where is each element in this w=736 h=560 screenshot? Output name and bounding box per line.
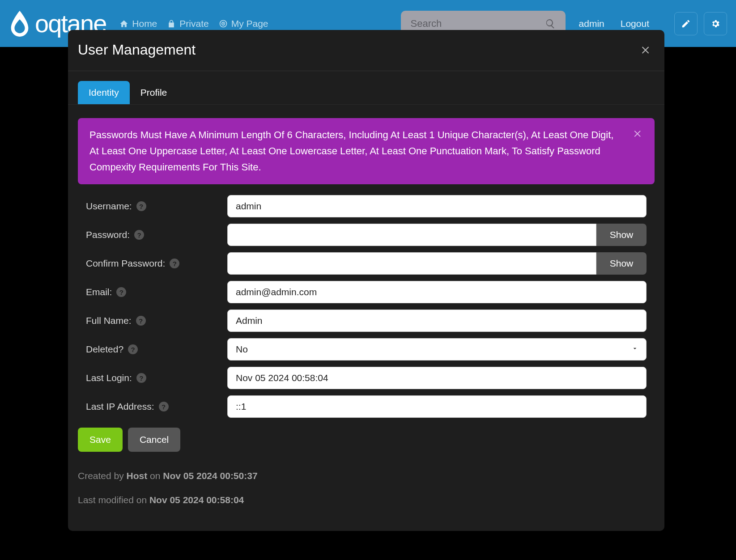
help-icon[interactable]: ?	[159, 402, 169, 412]
alert-text: Passwords Must Have A Minimum Length Of …	[89, 127, 624, 175]
label-username: Username: ?	[86, 201, 227, 212]
main-nav: Home Private My Page	[119, 18, 268, 29]
show-password-button[interactable]: Show	[596, 224, 647, 246]
modified-line: Last modified on Nov 05 2024 00:58:04	[78, 494, 655, 506]
nav-private[interactable]: Private	[167, 18, 208, 29]
pencil-icon	[681, 19, 691, 29]
email-input[interactable]	[227, 281, 647, 303]
settings-button[interactable]	[704, 12, 727, 35]
identity-form: Username: ? Password: ? Show Confirm Pas…	[68, 184, 664, 418]
current-user[interactable]: admin	[579, 18, 604, 29]
audit-info: Created by Host on Nov 05 2024 00:50:37 …	[68, 452, 664, 506]
edit-button[interactable]	[674, 12, 698, 35]
search-input[interactable]	[411, 18, 540, 30]
logout-link[interactable]: Logout	[621, 18, 649, 29]
save-button[interactable]: Save	[78, 428, 123, 452]
help-icon[interactable]: ?	[116, 287, 126, 297]
lastlogin-field	[227, 367, 647, 389]
cancel-button[interactable]: Cancel	[128, 428, 180, 452]
help-icon[interactable]: ?	[128, 344, 138, 354]
password-alert: Passwords Must Have A Minimum Length Of …	[78, 118, 655, 184]
nav-private-label: Private	[179, 18, 208, 29]
nav-home-label: Home	[132, 18, 157, 29]
modal-title: User Management	[78, 42, 196, 58]
gear-icon	[710, 19, 720, 29]
nav-home[interactable]: Home	[119, 18, 157, 29]
modal-header: User Management	[68, 30, 664, 71]
help-icon[interactable]: ?	[136, 316, 146, 326]
close-icon[interactable]	[640, 45, 651, 55]
svg-point-2	[222, 23, 224, 24]
label-lastip: Last IP Address: ?	[86, 401, 227, 412]
help-icon[interactable]: ?	[134, 230, 144, 240]
target-icon	[219, 19, 228, 28]
deleted-select[interactable]	[227, 338, 647, 361]
lastip-field	[227, 395, 647, 418]
label-password: Password: ?	[86, 229, 227, 240]
tab-identity[interactable]: Identity	[78, 81, 130, 104]
label-lastlogin: Last Login: ?	[86, 373, 227, 383]
tab-profile[interactable]: Profile	[130, 81, 178, 104]
label-email: Email: ?	[86, 287, 227, 297]
lock-icon	[167, 19, 176, 28]
fullname-input[interactable]	[227, 310, 647, 332]
username-input[interactable]	[227, 195, 647, 217]
user-management-modal: User Management Identity Profile Passwor…	[68, 30, 664, 531]
button-row: Save Cancel	[68, 424, 664, 452]
label-fullname: Full Name: ?	[86, 315, 227, 326]
help-icon[interactable]: ?	[170, 259, 179, 268]
tabs: Identity Profile	[68, 71, 664, 105]
alert-close-icon[interactable]	[633, 129, 643, 139]
home-icon	[119, 19, 128, 28]
show-confirm-button[interactable]: Show	[596, 252, 647, 275]
label-confirm-password: Confirm Password: ?	[86, 258, 227, 269]
confirm-password-input[interactable]	[227, 252, 596, 275]
nav-mypage-label: My Page	[231, 18, 268, 29]
created-line: Created by Host on Nov 05 2024 00:50:37	[78, 470, 655, 482]
help-icon[interactable]: ?	[136, 373, 146, 383]
nav-mypage[interactable]: My Page	[219, 18, 268, 29]
password-input[interactable]	[227, 224, 596, 246]
search-icon	[545, 18, 556, 29]
help-icon[interactable]: ?	[136, 201, 146, 211]
logo-drop-icon	[9, 11, 30, 37]
label-deleted: Deleted? ?	[86, 344, 227, 355]
